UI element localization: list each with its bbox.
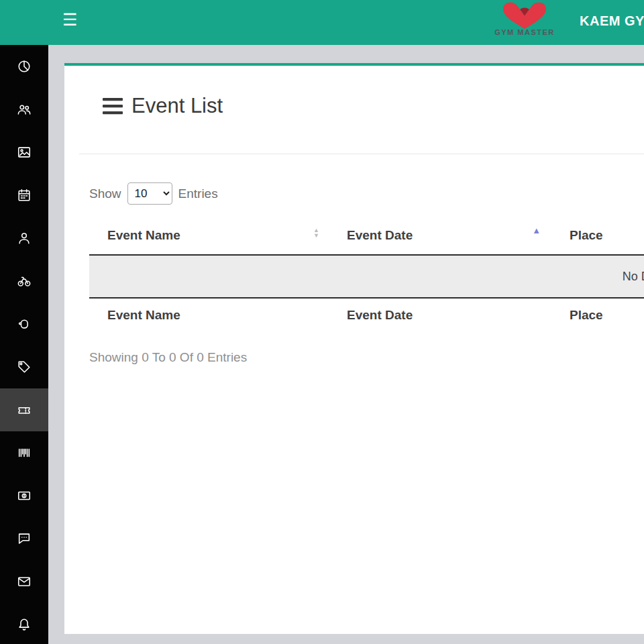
users-icon: [17, 102, 32, 117]
page-title: Event List: [131, 94, 223, 118]
footer-place: Place: [551, 299, 644, 331]
user-icon: [17, 231, 32, 246]
tag-icon: [17, 360, 32, 374]
page-size-select[interactable]: 10: [127, 182, 172, 205]
sidebar-item-gallery[interactable]: [0, 131, 48, 174]
sidebar-item-events[interactable]: [0, 388, 48, 431]
sidebar-item-barcode[interactable]: [0, 431, 48, 474]
sidebar-item-profile[interactable]: [0, 217, 48, 260]
sidebar-item-training[interactable]: [0, 303, 48, 345]
ticket-icon: [17, 402, 32, 417]
topbar: ☰ GYM MASTER KAEM GYM: [0, 0, 644, 45]
glove-icon: [17, 317, 32, 331]
list-icon: [103, 97, 123, 115]
sidebar-item-equipment[interactable]: [0, 260, 48, 303]
pie-chart-icon: [17, 59, 32, 74]
empty-table-message: No Data Available In Table: [623, 270, 644, 284]
logo-text: GYM MASTER: [483, 28, 566, 36]
sort-icon: ▲▼: [313, 227, 319, 238]
table-info-summary: Showing 0 To 0 Of 0 Entries: [89, 350, 247, 365]
events-table: Event Name ▲▼ Event Date ▲ Place No Data…: [89, 217, 644, 331]
hamburger-icon: ☰: [62, 10, 77, 29]
sidebar-item-members[interactable]: [0, 88, 48, 131]
heart-logo-icon: [497, 1, 552, 30]
page-length-control: Show 10 Entries: [89, 182, 218, 205]
money-icon: [17, 488, 32, 503]
sidebar: [0, 45, 48, 644]
mail-icon: [17, 574, 32, 589]
entries-label: Entries: [178, 186, 218, 201]
image-icon: [17, 145, 32, 160]
sidebar-item-messages[interactable]: [0, 560, 48, 603]
empty-table-row: No Data Available In Table: [89, 256, 644, 299]
chat-icon: [17, 531, 32, 546]
sidebar-toggle-button[interactable]: ☰: [62, 11, 77, 28]
header-divider: [79, 154, 644, 154]
sort-asc-icon: ▲: [532, 225, 541, 235]
sidebar-item-schedule[interactable]: [0, 174, 48, 217]
bicycle-icon: [17, 274, 32, 288]
footer-event-name: Event Name: [89, 299, 329, 331]
panel-header: Event List: [103, 94, 223, 118]
table-header-row: Event Name ▲▼ Event Date ▲ Place: [89, 217, 644, 256]
footer-event-date: Event Date: [329, 299, 551, 331]
bell-icon: [17, 617, 32, 632]
logo: GYM MASTER: [483, 1, 566, 36]
column-header-event-name[interactable]: Event Name ▲▼: [89, 217, 329, 254]
brand-text: KAEM GYM: [580, 13, 644, 29]
table-footer-row: Event Name Event Date Place: [89, 299, 644, 331]
sidebar-item-packages[interactable]: [0, 345, 48, 388]
column-header-place[interactable]: Place: [551, 217, 644, 254]
sidebar-item-notifications[interactable]: [0, 603, 48, 644]
calendar-icon: [17, 188, 32, 203]
column-header-event-date[interactable]: Event Date ▲: [329, 217, 551, 254]
sidebar-item-payments[interactable]: [0, 474, 48, 517]
barcode-icon: [17, 445, 32, 460]
event-list-panel: Event List Show 10 Entries Event Name ▲▼…: [64, 63, 644, 634]
sidebar-item-dashboard[interactable]: [0, 45, 48, 88]
sidebar-item-chat[interactable]: [0, 517, 48, 560]
show-label: Show: [89, 186, 121, 201]
